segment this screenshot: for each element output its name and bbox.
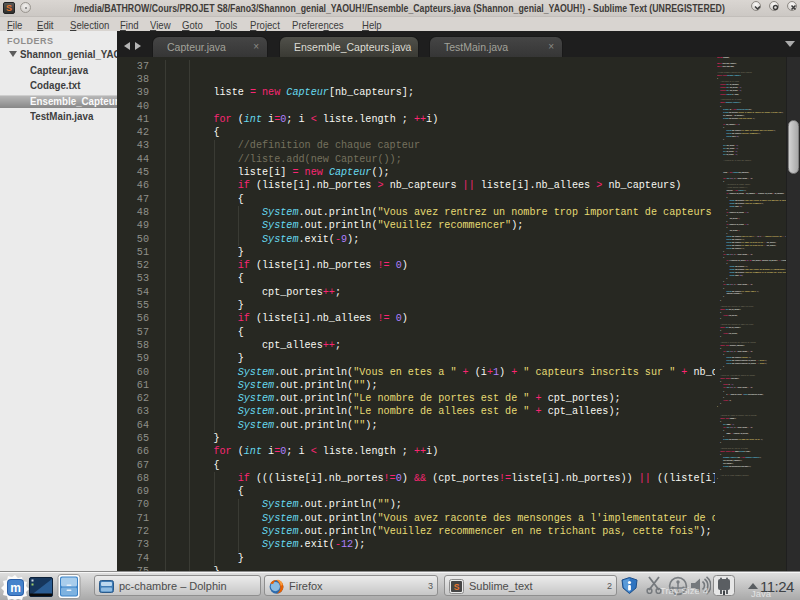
svg-text:S: S (454, 582, 460, 592)
svg-text:m: m (10, 581, 21, 595)
